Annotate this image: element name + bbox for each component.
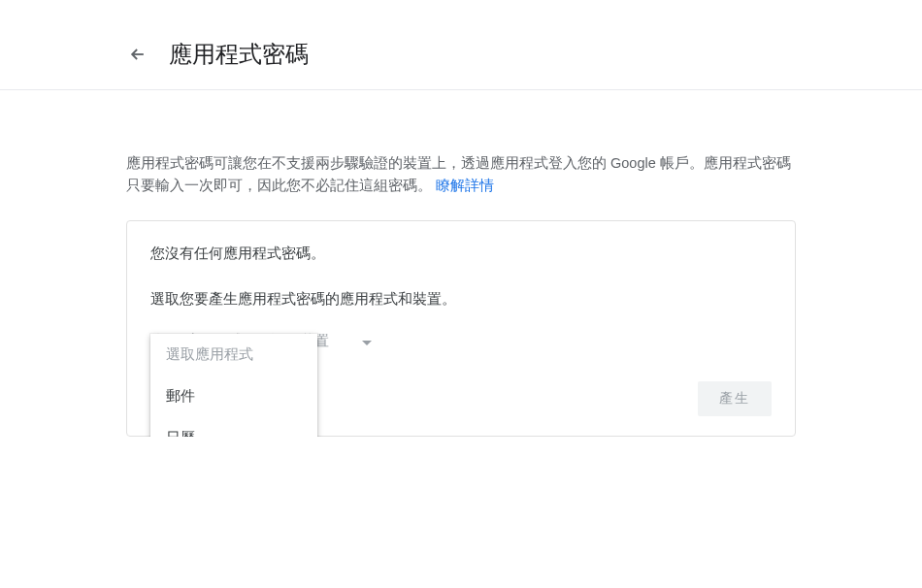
learn-more-link[interactable]: 瞭解詳情	[436, 178, 494, 193]
chevron-down-icon	[362, 334, 372, 349]
page-title: 應用程式密碼	[169, 39, 309, 70]
select-prompt-text: 選取您要產生應用程式密碼的應用程式和裝置。	[150, 290, 772, 309]
dropdown-item-mail[interactable]: 郵件	[150, 376, 317, 417]
generate-button[interactable]: 產生	[698, 381, 772, 416]
page-header: 應用程式密碼	[126, 39, 796, 89]
description-text: 應用程式密碼可讓您在不支援兩步驟驗證的裝置上，透過應用程式登入您的 Google…	[126, 129, 796, 220]
dropdown-item-calendar[interactable]: 日曆	[150, 417, 317, 437]
no-passwords-text: 您沒有任何應用程式密碼。	[150, 245, 772, 263]
app-passwords-card: 您沒有任何應用程式密碼。 選取您要產生應用程式密碼的應用程式和裝置。 選取應用程…	[126, 220, 796, 437]
dropdown-header: 選取應用程式	[150, 334, 317, 376]
back-arrow-icon[interactable]	[126, 43, 149, 66]
app-dropdown-menu: 選取應用程式 郵件 日曆 聯絡人 YouTube 其他 (自訂名稱)	[150, 334, 317, 437]
